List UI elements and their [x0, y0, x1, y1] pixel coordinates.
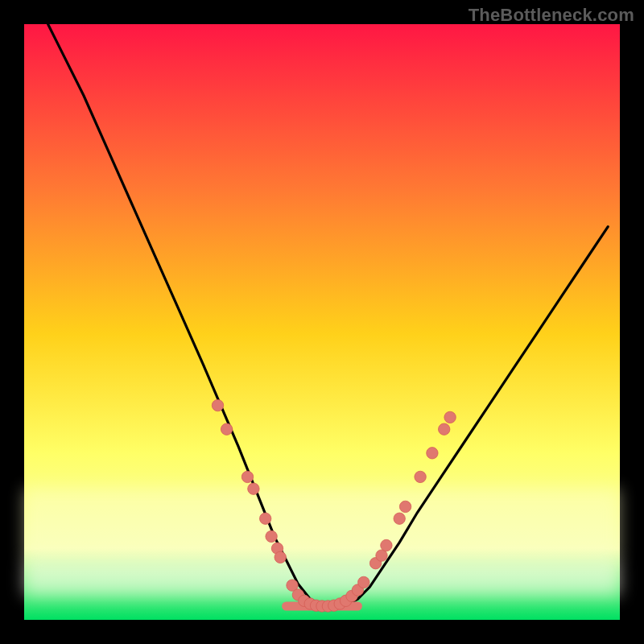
data-dot: [427, 448, 438, 459]
curve-dots: [212, 399, 456, 612]
bottleneck-curve: [48, 24, 609, 606]
data-dot: [221, 423, 232, 435]
data-dot: [212, 399, 223, 411]
data-dot: [248, 483, 259, 494]
data-dot: [358, 576, 369, 588]
plot-area: [24, 24, 620, 620]
chart-frame: TheBottleneck.com: [0, 0, 644, 644]
watermark-text: TheBottleneck.com: [469, 5, 634, 26]
data-dot: [275, 551, 286, 563]
data-dot: [266, 530, 277, 542]
curve-layer: [24, 24, 620, 620]
data-dot: [399, 501, 411, 512]
data-dot: [242, 471, 253, 482]
data-dot: [394, 513, 405, 524]
data-dot: [444, 411, 456, 423]
data-dot: [415, 471, 426, 482]
data-dot: [260, 513, 271, 524]
data-dot: [439, 423, 450, 435]
data-dot: [376, 550, 387, 561]
data-dot: [381, 539, 392, 551]
